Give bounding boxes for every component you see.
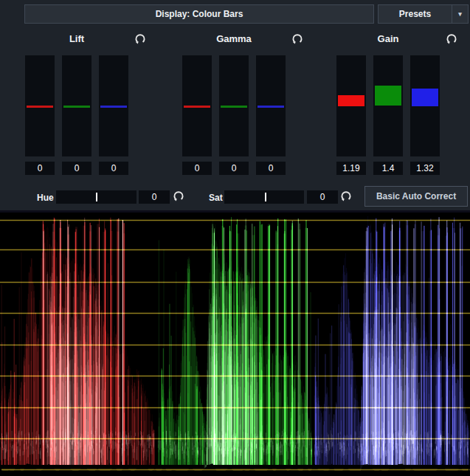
sat-slider-tick[interactable] — [265, 193, 266, 201]
colour-correction-panel: Display: Colour Bars Presets ▾ Lift 0 0 … — [0, 0, 470, 476]
reset-icon — [445, 32, 458, 46]
gamma-red-slider[interactable] — [182, 55, 212, 156]
hue-reset-button[interactable] — [172, 190, 185, 203]
reset-icon — [172, 190, 185, 203]
gamma-reset-button[interactable] — [291, 32, 304, 46]
chevron-down-icon: ▾ — [458, 10, 462, 18]
gamma-red-value[interactable]: 0 — [182, 162, 212, 175]
lift-group: Lift 0 0 0 — [18, 30, 148, 177]
lift-red-slider[interactable] — [25, 55, 55, 156]
gain-green-value[interactable]: 1.4 — [373, 162, 403, 175]
gain-red-handle[interactable] — [338, 95, 364, 106]
lift-blue-value[interactable]: 0 — [99, 162, 128, 175]
gamma-red-handle[interactable] — [184, 106, 210, 108]
gain-group: Gain 1.19 1.4 1.32 — [329, 30, 459, 177]
presets-dropdown-arrow[interactable]: ▾ — [452, 5, 468, 23]
display-mode-label: Display: Colour Bars — [156, 9, 243, 19]
hue-label: Hue — [37, 193, 54, 203]
gain-title: Gain — [329, 33, 447, 44]
gamma-green-slider[interactable] — [219, 55, 249, 156]
gamma-title: Gamma — [175, 33, 293, 44]
lift-green-value[interactable]: 0 — [62, 162, 91, 175]
gamma-green-value[interactable]: 0 — [219, 162, 249, 175]
hue-value[interactable]: 0 — [139, 190, 170, 204]
gain-blue-slider[interactable] — [410, 55, 440, 156]
gamma-blue-slider[interactable] — [256, 55, 286, 156]
sat-reset-button[interactable] — [339, 190, 353, 203]
gain-green-handle[interactable] — [375, 86, 401, 106]
lift-reset-button[interactable] — [134, 32, 147, 46]
gamma-blue-value[interactable]: 0 — [256, 162, 286, 175]
hue-slider-tick[interactable] — [96, 193, 97, 201]
gain-red-value[interactable]: 1.19 — [336, 162, 366, 175]
gain-green-slider[interactable] — [373, 55, 403, 156]
lift-blue-handle[interactable] — [100, 106, 127, 108]
lift-red-handle[interactable] — [27, 106, 53, 108]
reset-icon — [291, 32, 304, 46]
reset-icon — [339, 190, 353, 203]
basic-auto-correct-button[interactable]: Basic Auto Correct — [364, 186, 468, 207]
lift-title: Lift — [18, 33, 136, 44]
gamma-green-handle[interactable] — [221, 106, 247, 108]
sat-value[interactable]: 0 — [307, 190, 338, 204]
sat-slider[interactable] — [224, 190, 304, 204]
gain-blue-handle[interactable] — [412, 89, 438, 106]
lift-green-slider[interactable] — [62, 55, 91, 156]
sat-label: Sat — [209, 193, 223, 203]
lift-red-value[interactable]: 0 — [25, 162, 55, 175]
gamma-blue-handle[interactable] — [258, 106, 284, 108]
waveform-scope — [0, 210, 470, 476]
lift-green-handle[interactable] — [63, 106, 90, 108]
lift-blue-slider[interactable] — [99, 55, 128, 156]
reset-icon — [134, 32, 147, 46]
gain-red-slider[interactable] — [336, 55, 366, 156]
presets-button[interactable]: Presets ▾ — [378, 4, 469, 24]
presets-label: Presets — [379, 9, 452, 19]
hue-slider[interactable] — [56, 190, 136, 204]
basic-auto-correct-label: Basic Auto Correct — [376, 191, 456, 201]
gain-reset-button[interactable] — [445, 32, 458, 46]
display-mode-button[interactable]: Display: Colour Bars — [24, 4, 374, 24]
gamma-group: Gamma 0 0 0 — [175, 30, 305, 177]
gain-blue-value[interactable]: 1.32 — [410, 162, 440, 175]
